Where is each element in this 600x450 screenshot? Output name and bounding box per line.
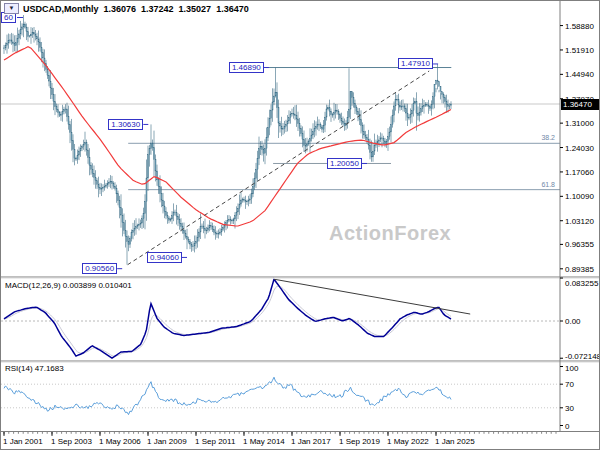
rsi-axis-label: 0 [565, 422, 569, 431]
price-tag-1.47910[interactable]: 1.47910 [398, 58, 433, 69]
fib-61.8-label: 61.8 [525, 181, 555, 188]
chart-window: ActionForex ▼ USDCAD,Monthly 1.36076 1.3… [0, 0, 600, 450]
price-axis-label: 1.10090 [565, 192, 594, 201]
symbol-dropdown-icon[interactable]: ▼ [4, 3, 19, 14]
macd-signal-line [4, 286, 451, 356]
price-axis-label: 1.31000 [565, 119, 594, 128]
price-axis-label: 1.24030 [565, 144, 594, 153]
price-axis-label: 0.96355 [565, 240, 594, 249]
candlesticks [3, 15, 451, 265]
x-axis-label: 1 Sep 2011 [195, 437, 235, 446]
macd-axis-label: 0.00 [565, 317, 581, 326]
price-axis-label: 1.51910 [565, 46, 594, 55]
x-axis-label: 1 May 2014 [243, 437, 285, 446]
macd-trendline[interactable] [274, 279, 470, 314]
x-axis-label: 1 Sep 2019 [339, 437, 380, 446]
x-axis-label: 1 Sep 2003 [51, 437, 92, 446]
ohlc-close-value: 1.36470 [216, 4, 249, 14]
price-axis-label: 1.44940 [565, 70, 594, 79]
price-axis-label: 1.03120 [565, 217, 594, 226]
ohlc-low-value: 1.35027 [179, 4, 212, 14]
ohlc-high-value: 1.37242 [141, 4, 174, 14]
price-axis-label: 1.58880 [565, 22, 594, 31]
price-tag-1.20050[interactable]: 1.20050 [327, 158, 362, 169]
rsi-indicator-label: RSI(14) 47.1683 [5, 364, 64, 373]
x-axis-label: 1 May 2022 [387, 437, 429, 446]
x-axis-label: 1 Jan 2009 [147, 437, 187, 446]
rsi-line [4, 377, 451, 414]
price-tag-0.94060[interactable]: 0.94060 [147, 252, 182, 263]
price-axis-label: 0.89385 [565, 265, 594, 274]
rsi-axis-label: 70 [565, 380, 574, 389]
x-axis-label: 1 May 2006 [99, 437, 141, 446]
rsi-axis-label: 30 [565, 404, 574, 413]
ohlc-open-value: 1.36076 [104, 4, 137, 14]
macd-axis-label: 0.083255 [565, 279, 598, 288]
x-axis-label: 1 Jan 2017 [291, 437, 331, 446]
x-axis-label: 1 Jan 2001 [3, 437, 43, 446]
macd-indicator-label: MACD(12,26,9) 0.003899 0.010401 [5, 281, 132, 290]
rsi-axis-label: 100 [565, 364, 578, 373]
chart-title-bar: ▼ USDCAD,Monthly 1.36076 1.37242 1.35027… [4, 3, 249, 14]
symbol-period-label: USDCAD,Monthly [23, 4, 99, 14]
macd-main-line [4, 279, 451, 358]
fib-38.2-label: 38.2 [525, 134, 555, 141]
x-axis-label: 1 Jan 2025 [435, 437, 475, 446]
price-axis-label: 1.17060 [565, 168, 594, 177]
price-tag-1.30630[interactable]: 1.30630 [108, 119, 143, 130]
price-tag-1.46890[interactable]: 1.46890 [229, 62, 264, 73]
macd-axis-label: -0.072148 [565, 352, 600, 361]
chart-canvas [1, 1, 600, 450]
price-tag-0.90560[interactable]: 0.90560 [82, 263, 117, 274]
current-price-box: 1.36470 [561, 99, 599, 110]
